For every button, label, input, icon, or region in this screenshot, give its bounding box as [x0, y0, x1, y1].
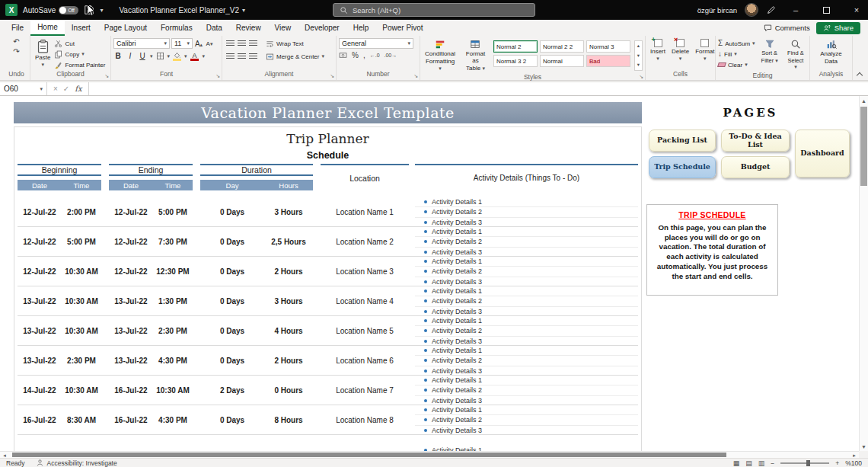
borders-icon[interactable] [156, 52, 164, 60]
zoom-slider-knob[interactable] [806, 460, 810, 466]
hours-cell[interactable]: 2,5 Hours [264, 238, 313, 246]
zoom-in-icon[interactable]: + [835, 459, 839, 467]
analyze-data-button[interactable]: Analyze Data [818, 38, 844, 70]
end-date-cell[interactable]: 16-Jul-22 [109, 416, 153, 424]
tab-help[interactable]: Help [346, 20, 376, 36]
cell-style-chip[interactable]: Normal [540, 55, 584, 67]
tab-insert[interactable]: Insert [65, 20, 97, 36]
align-left-icon[interactable] [226, 53, 235, 59]
align-bottom-icon[interactable] [249, 40, 257, 46]
days-cell[interactable]: 2 Days [200, 386, 264, 395]
paste-button[interactable]: Paste ▾ [33, 38, 53, 70]
hours-cell[interactable]: 0 Hours [264, 386, 313, 395]
decrease-decimal-icon[interactable]: .00→ [385, 53, 397, 58]
document-title[interactable]: Vacation Planner Excel Planner_V2 ▾ [119, 6, 245, 14]
dashboard-button[interactable]: Dashboard [795, 130, 850, 178]
copy-button[interactable]: Copy ▾ [54, 49, 105, 59]
accessibility-status[interactable]: Accessibility: Investigate [36, 459, 117, 467]
begin-date-cell[interactable]: 13-Jul-22 [18, 297, 62, 305]
autosave-toggle[interactable]: AutoSave Off [23, 6, 78, 14]
page-layout-view-icon[interactable]: ▤ [745, 459, 752, 467]
begin-time-cell[interactable]: 2:00 PM [62, 208, 101, 216]
activity-item[interactable]: Activity Details 1 [415, 316, 638, 326]
sort-filter-button[interactable]: Sort & Filter ▾ [758, 38, 781, 72]
tab-power-pivot[interactable]: Power Pivot [375, 20, 429, 36]
comma-icon[interactable]: , [363, 52, 365, 59]
insert-cells-button[interactable]: + Insert ▾ [648, 38, 668, 70]
hours-cell[interactable]: 4 Hours [264, 327, 313, 335]
wrap-text-button[interactable]: Wrap Text [266, 38, 304, 49]
align-right-icon[interactable] [249, 53, 257, 59]
end-time-cell[interactable]: 4:30 PM [153, 357, 193, 365]
pen-icon[interactable] [766, 5, 777, 15]
clear-button[interactable]: Clear ▾ [718, 59, 755, 70]
gallery-down-icon[interactable]: ▾ [635, 51, 642, 61]
begin-time-cell[interactable]: 8:30 AM [62, 416, 101, 424]
begin-time-cell[interactable]: 10:30 AM [62, 267, 101, 276]
cut-button[interactable]: Cut [54, 38, 105, 49]
days-cell[interactable]: 0 Days [200, 208, 264, 216]
activity-item[interactable]: Activity Details 3 [415, 307, 638, 316]
activity-item[interactable]: Activity Details 2 [415, 296, 638, 306]
align-middle-icon[interactable] [238, 40, 246, 46]
days-cell[interactable]: 0 Days [200, 357, 264, 365]
activity-item[interactable]: Activity Details 1 [415, 376, 638, 385]
worksheet[interactable]: Vacation Planner Excel Template PAGES Tr… [0, 96, 859, 451]
activity-item[interactable]: Activity Details 1 [415, 405, 638, 415]
formula-input[interactable] [89, 82, 868, 95]
undo-icon[interactable]: ↶ [13, 38, 19, 46]
zoom-out-icon[interactable]: − [771, 459, 774, 467]
location-cell[interactable]: Location Name 6 [321, 357, 409, 365]
end-time-cell[interactable]: 7:30 PM [153, 238, 193, 246]
location-cell[interactable]: Location Name 4 [321, 297, 409, 305]
activity-item[interactable]: Activity Details 2 [415, 267, 638, 277]
tab-developer[interactable]: Developer [298, 20, 346, 36]
activity-item[interactable]: Activity Details 3 [415, 366, 638, 376]
begin-time-cell[interactable]: 10:30 AM [62, 386, 101, 395]
percent-icon[interactable]: % [352, 52, 359, 59]
days-cell[interactable]: 0 Days [200, 297, 264, 305]
end-time-cell[interactable]: 10:30 AM [153, 386, 193, 395]
excel-logo-icon[interactable]: X [5, 4, 18, 16]
activity-item[interactable]: Activity Details 3 [415, 218, 638, 227]
hours-cell[interactable]: 3 Hours [264, 297, 313, 305]
hours-cell[interactable]: 8 Hours [264, 416, 313, 424]
begin-time-cell[interactable]: 2:30 PM [62, 357, 101, 365]
decrease-font-size-button[interactable]: A▾ [205, 40, 214, 47]
cell-style-chip[interactable]: Normal 3 2 [493, 55, 538, 67]
budget-button[interactable]: Budget [721, 156, 790, 178]
normal-view-icon[interactable]: ▦ [733, 459, 740, 467]
font-dialog-launcher-icon[interactable]: ↘ [215, 73, 220, 79]
tab-home[interactable]: Home [30, 20, 65, 36]
location-cell[interactable]: Location Name 5 [321, 327, 409, 335]
activity-item[interactable]: Activity Details 2 [415, 356, 638, 366]
align-center-icon[interactable] [238, 53, 246, 59]
quick-access-dropdown-icon[interactable]: ▾ [100, 7, 103, 14]
days-cell[interactable]: 0 Days [200, 327, 264, 335]
maximize-button[interactable] [815, 0, 838, 20]
activity-item[interactable]: Activity Details 2 [415, 207, 638, 217]
cell-style-chip[interactable]: Bad [586, 55, 630, 67]
share-button[interactable]: Share [816, 22, 860, 34]
horizontal-scroll-thumb[interactable] [12, 453, 726, 457]
end-time-cell[interactable]: 12:30 PM [153, 267, 193, 276]
tab-view[interactable]: View [268, 20, 298, 36]
activity-item[interactable]: Activity Details 3 [415, 337, 638, 346]
find-select-button[interactable]: Find & Select ▾ [784, 38, 807, 72]
location-cell[interactable]: Location Name 3 [321, 267, 409, 276]
fill-button[interactable]: ↓ Fill ▾ [718, 49, 755, 59]
format-painter-button[interactable]: Format Painter [54, 59, 105, 70]
end-date-cell[interactable]: 13-Jul-22 [109, 327, 153, 335]
activity-item[interactable]: Activity Details 1 [415, 227, 638, 237]
begin-date-cell[interactable]: 14-Jul-22 [18, 386, 62, 395]
cell-style-chip[interactable]: Normal 3 [586, 40, 630, 53]
activity-item[interactable]: Activity Details 1 [415, 257, 638, 267]
location-cell[interactable]: Location Name 1 [321, 208, 409, 216]
end-time-cell[interactable]: 5:00 PM [153, 208, 193, 216]
activity-item[interactable]: Activity Details 2 [415, 415, 638, 425]
confirm-entry-icon[interactable]: ✓ [63, 85, 69, 93]
increase-decimal-icon[interactable]: ←.0 [370, 53, 380, 58]
activity-item[interactable]: Activity Details 1 [415, 346, 638, 356]
cell-style-chip[interactable]: Normal 2 [493, 40, 538, 53]
align-top-icon[interactable] [226, 40, 235, 46]
